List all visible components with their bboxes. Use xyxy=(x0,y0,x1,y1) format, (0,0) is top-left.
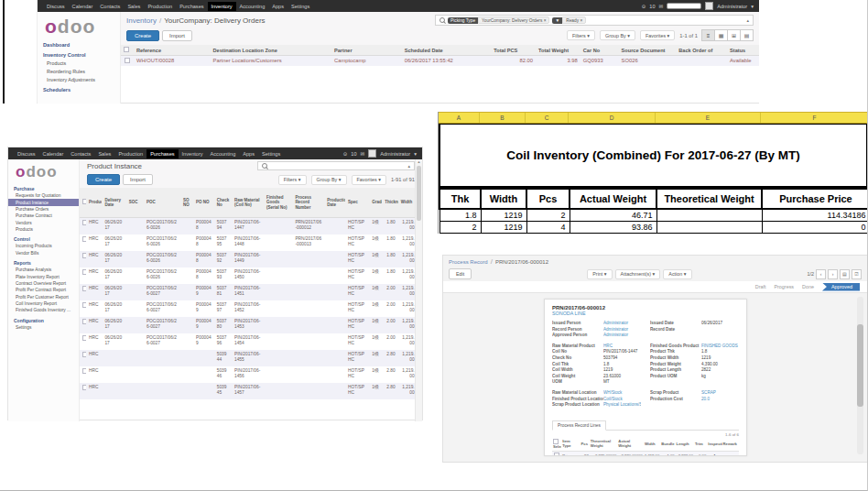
scroll-up-icon[interactable]: ▲ xyxy=(418,159,421,165)
sidebar-item-purchase[interactable]: Purchase xyxy=(8,184,79,192)
sidebar-item-inventory-adjustments[interactable]: Inventory Adjustments xyxy=(38,75,120,83)
record-subtitle-link[interactable]: SONODA LINE xyxy=(552,311,739,316)
filters-button[interactable]: Filters ▾ xyxy=(567,30,595,40)
status-approved[interactable]: Approved xyxy=(822,283,860,291)
pager[interactable]: 1-1 of 1 xyxy=(679,33,698,38)
table-row[interactable]: HRC06/26/2017POC/2017/06/26-0026P0000485… xyxy=(80,267,422,284)
group-by-button[interactable]: Group By ▾ xyxy=(311,175,347,185)
search-facet-picking-type[interactable]: Picking Type YourCompany: Delivery Order… xyxy=(448,16,549,24)
table-row[interactable]: HRC06/26/2017POC/2017/06/26-0026P0000485… xyxy=(80,218,422,235)
calendar-view-icon[interactable]: ⊞ xyxy=(727,29,741,41)
sidebar-item-purchase-analysis[interactable]: Purchase Analysis xyxy=(8,267,79,273)
create-button[interactable]: Create xyxy=(126,30,159,41)
list-view-icon[interactable]: ▤ xyxy=(840,269,850,279)
column-header[interactable]: PO NO xyxy=(193,188,214,218)
user-menu[interactable]: Administrator xyxy=(380,151,410,157)
scrollbar[interactable]: ▲ xyxy=(415,159,422,421)
column-header[interactable]: Grade xyxy=(369,188,382,218)
create-button[interactable]: Create xyxy=(87,174,120,185)
menu-item-a[interactable]: A xyxy=(439,113,480,123)
column-header[interactable]: Back Order of xyxy=(676,45,727,56)
column-header[interactable] xyxy=(121,45,134,56)
column-header[interactable]: Inspection xyxy=(707,438,722,452)
previous-record-icon[interactable]: ‹ xyxy=(816,269,826,279)
sidebar-item-profit-per-contract-report[interactable]: Profit Per Contract Report xyxy=(8,287,79,293)
sidebar-item-products[interactable]: Products xyxy=(38,59,120,67)
field-value-finished-product-location[interactable]: Coil/Stock xyxy=(603,397,641,401)
scrollbar[interactable] xyxy=(857,297,863,454)
field-value-production-cost[interactable]: 20.0 xyxy=(701,397,739,401)
kanban-view-icon[interactable]: ▦ xyxy=(714,29,728,41)
column-header[interactable]: SOC xyxy=(126,188,144,218)
table-row[interactable]: HRC06/26/2017POC/2017/06/26-0026P0000485… xyxy=(80,251,422,267)
next-record-icon[interactable]: › xyxy=(828,269,838,279)
sidebar-item-products[interactable]: Products xyxy=(8,226,79,233)
table-row[interactable]: HRC06/26/2017POC/2017/06/26-0027P0000495… xyxy=(80,333,422,350)
table-row[interactable]: HRC06/26/2017POC/2017/06/26-0026P0000485… xyxy=(80,235,422,251)
menu-item-purchases[interactable]: Purchases xyxy=(146,149,178,158)
announcement-icon[interactable]: ✉ xyxy=(361,151,365,157)
menu-item-inventory[interactable]: Inventory xyxy=(208,2,236,11)
column-header[interactable]: Production Date xyxy=(324,188,345,218)
sidebar-item-profit-per-customer-report[interactable]: Profit Per Customer Report xyxy=(8,294,79,300)
search-input[interactable]: Picking Type YourCompany: Delivery Order… xyxy=(435,15,754,26)
column-header[interactable]: Raw Material (Coil No) xyxy=(232,188,264,218)
breadcrumb-section[interactable]: Inventory xyxy=(126,16,157,25)
column-header[interactable]: Reference xyxy=(134,45,211,56)
column-header[interactable]: SO NO xyxy=(180,188,193,218)
column-header[interactable]: Car No xyxy=(580,45,619,56)
column-header[interactable]: Finished Goods (Serial No) xyxy=(264,188,292,218)
column-header[interactable]: Partner xyxy=(331,45,402,56)
sidebar-item-coil-inventory-report[interactable]: Coil Inventory Report xyxy=(8,300,79,307)
column-header[interactable]: Actual Weight xyxy=(570,189,656,209)
table-row[interactable]: HRC06/26/2017POC/2017/06/26-0027P0000495… xyxy=(80,300,422,317)
menu-item-sales[interactable]: Sales xyxy=(94,149,114,158)
sidebar-item-finished-goods-inventory-[interactable]: Finished Goods Inventory ... xyxy=(8,307,79,313)
messages-icon[interactable]: ⊙ xyxy=(642,4,646,9)
column-header[interactable]: Pcs xyxy=(580,438,590,452)
print-button[interactable]: Print ▾ xyxy=(587,269,612,279)
attachments-button[interactable]: Attachment(s) ▾ xyxy=(615,269,661,279)
table-row[interactable]: HRC503945PIN/2017/06-1457HOT/SPHC1级2.801… xyxy=(80,383,422,399)
column-header[interactable]: Select xyxy=(552,438,561,452)
menu-item-apps[interactable]: Apps xyxy=(239,149,258,158)
field-value-scrap-product[interactable]: SCRAP xyxy=(701,390,739,395)
column-header[interactable] xyxy=(80,188,86,218)
table-row[interactable]: HRC503946PIN/2017/06-1456HOT/SPHC1级2.801… xyxy=(80,366,422,383)
search-input[interactable]: ▴ xyxy=(257,161,415,170)
sidebar-item-incoming-products[interactable]: Incoming Products xyxy=(8,243,79,249)
table-row[interactable]: Primary823,985.000003,980.000001,219.001… xyxy=(552,451,739,456)
menu-item-inventory[interactable]: Inventory xyxy=(179,149,207,158)
table-row[interactable]: HRC06/26/2017POC/2017/06/26-0027P0000495… xyxy=(80,284,422,300)
field-value-raw-material-product[interactable]: HRC xyxy=(603,344,641,348)
announcement-icon[interactable]: ✉ xyxy=(659,4,664,9)
column-header[interactable]: Pcs xyxy=(526,189,570,209)
column-header[interactable]: Theoretical Weight xyxy=(656,189,762,209)
sidebar-item-vendors[interactable]: Vendors xyxy=(8,220,79,226)
menu-item-apps[interactable]: Apps xyxy=(268,2,288,11)
status-done[interactable]: Done xyxy=(802,284,814,289)
column-header[interactable]: Process Record Number xyxy=(292,188,324,218)
search-options-caret[interactable]: ▴ xyxy=(746,17,749,23)
sidebar-item-vendor-bills[interactable]: Vendor Bills xyxy=(8,250,79,256)
menu-item-discuss[interactable]: Discuss xyxy=(43,2,69,11)
column-header[interactable]: Spec xyxy=(345,188,369,218)
menu-item-accounting[interactable]: Accounting xyxy=(207,149,240,158)
column-header[interactable]: Bundle xyxy=(660,438,675,452)
menu-item-accounting[interactable]: Accounting xyxy=(236,2,269,11)
column-header[interactable]: Scheduled Date xyxy=(402,45,492,56)
status-progress[interactable]: Progress xyxy=(774,284,794,289)
column-header[interactable]: Source Document xyxy=(619,45,677,56)
list-view-icon[interactable]: ≡ xyxy=(701,29,715,41)
import-button[interactable]: Import xyxy=(162,30,192,41)
column-header[interactable]: Trim xyxy=(694,438,707,452)
sidebar-item-purchase-orders[interactable]: Purchase Orders xyxy=(8,206,79,213)
menu-item-production[interactable]: Production xyxy=(114,149,146,158)
sidebar-item-dashboard[interactable]: Dashboard xyxy=(38,40,120,49)
field-value-finished-goods-product[interactable]: FINISHED GOODS xyxy=(701,344,739,348)
sidebar-item-schedulers[interactable]: Schedulers xyxy=(38,85,120,93)
filters-button[interactable]: Filters ▾ xyxy=(278,175,307,185)
menu-item-sales[interactable]: Sales xyxy=(124,2,144,11)
sidebar-item-reports[interactable]: Reports xyxy=(8,258,79,267)
column-header[interactable]: Destination Location Zone xyxy=(211,45,331,56)
